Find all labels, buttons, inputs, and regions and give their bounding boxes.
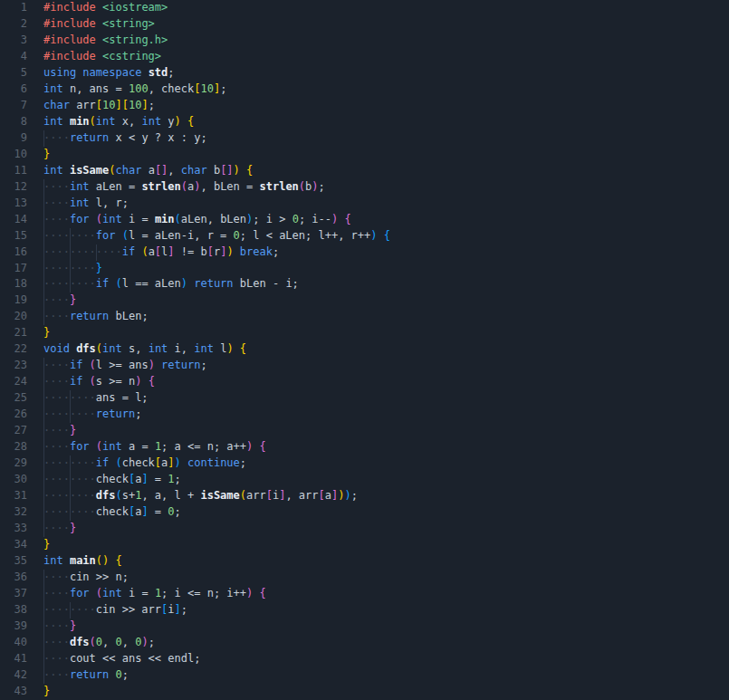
code-line[interactable]: 25········ans = l; xyxy=(0,390,729,407)
code-line[interactable]: 17········} xyxy=(0,261,729,277)
code-line[interactable]: 35int main() { xyxy=(0,553,729,570)
code-line[interactable]: 9····return x < y ? x : y; xyxy=(0,130,729,147)
code-line[interactable]: 8int min(int x, int y) { xyxy=(0,114,729,130)
code-token: ; xyxy=(273,245,279,258)
code-line[interactable]: 4#include <cstring> xyxy=(0,49,729,65)
code-token: ; xyxy=(240,456,246,469)
code-token: } xyxy=(43,538,50,551)
code-token: ; xyxy=(149,636,155,648)
code-line-content: ············if (a[l] != b[r]) break; xyxy=(43,245,279,261)
code-line[interactable]: 24····if (s >= n) { xyxy=(0,374,729,390)
code-line[interactable]: 15········for (l = aLen-i, r = 0; l < aL… xyxy=(0,228,729,245)
code-token: { xyxy=(384,229,390,242)
code-token: ( xyxy=(122,229,129,242)
code-line[interactable]: 10} xyxy=(0,147,729,163)
code-line[interactable]: 36····cin >> n; xyxy=(0,570,729,586)
code-line[interactable]: 27····} xyxy=(0,423,729,439)
code-token xyxy=(96,50,102,62)
code-line[interactable]: 43} xyxy=(0,684,729,700)
code-token xyxy=(90,440,96,453)
code-token: #include xyxy=(43,50,96,62)
line-number: 16 xyxy=(0,245,27,261)
code-line[interactable]: 29········if (check[a]) continue; xyxy=(0,455,729,472)
code-line[interactable]: 23····if (l >= ans) return; xyxy=(0,358,729,374)
code-line[interactable]: 19····} xyxy=(0,292,729,309)
code-line[interactable]: 33····} xyxy=(0,521,729,537)
code-token: 10 xyxy=(200,82,213,95)
code-line[interactable]: 18········if (l == aLen) return bLen - i… xyxy=(0,276,729,292)
indent-guide xyxy=(70,455,71,472)
code-token: for xyxy=(70,440,90,453)
code-line[interactable]: 7char arr[10][10]; xyxy=(0,98,729,114)
code-token: } xyxy=(70,293,76,306)
line-number: 6 xyxy=(0,82,27,98)
code-token: ; i > xyxy=(253,213,292,225)
whitespace-dots: ···· xyxy=(43,619,70,632)
line-number: 32 xyxy=(0,504,27,521)
code-line[interactable]: 1#include <iostream> xyxy=(0,0,729,16)
code-token: int xyxy=(70,197,90,209)
code-token: ) xyxy=(234,164,240,177)
code-token: return xyxy=(70,310,109,322)
code-token: 0 xyxy=(293,213,299,225)
code-line[interactable]: 13····int l, r; xyxy=(0,196,729,212)
code-token: 0 xyxy=(116,668,122,681)
whitespace-dots: ···· xyxy=(43,522,70,534)
code-token: ] xyxy=(116,99,122,111)
code-line[interactable]: 22void dfs(int s, int i, int l) { xyxy=(0,341,729,358)
line-number: 12 xyxy=(0,179,27,196)
code-token: { xyxy=(240,342,246,355)
code-token: { xyxy=(116,554,122,567)
code-line[interactable]: 31········dfs(s+1, a, l + isSame(arr[i],… xyxy=(0,488,729,504)
indent-guide xyxy=(43,261,44,277)
code-line[interactable]: 37····for (int i = 1; i <= n; i++) { xyxy=(0,586,729,602)
code-line[interactable]: 40····dfs(0, 0, 0); xyxy=(0,635,729,651)
code-token: #include xyxy=(43,34,96,46)
code-token: ( xyxy=(240,489,246,502)
indent-guide xyxy=(43,439,44,455)
code-line[interactable]: 28····for (int a = 1; a <= n; a++) { xyxy=(0,439,729,455)
code-line[interactable]: 2#include <string> xyxy=(0,16,729,33)
code-line[interactable]: 14····for (int i = min(aLen, bLen); i > … xyxy=(0,212,729,228)
code-token: { xyxy=(246,164,253,177)
code-line[interactable]: 20····return bLen; xyxy=(0,309,729,325)
code-line[interactable]: 6int n, ans = 100, check[10]; xyxy=(0,82,729,98)
indent-guide xyxy=(43,618,44,635)
code-line-content: #include <string.h> xyxy=(43,33,168,49)
indent-guide xyxy=(43,374,44,390)
code-line[interactable]: 32········check[a] = 0; xyxy=(0,504,729,521)
line-number: 7 xyxy=(0,98,27,114)
code-token: , xyxy=(168,164,180,177)
code-token xyxy=(115,229,121,242)
code-line[interactable]: 30········check[a] = 1; xyxy=(0,472,729,488)
code-line[interactable]: 5using namespace std; xyxy=(0,65,729,82)
code-token: ; a <= n; a++ xyxy=(161,440,246,453)
code-token: l, r; xyxy=(90,197,129,209)
code-token: l == aLen xyxy=(122,277,181,290)
code-line-content: int main() { xyxy=(43,553,122,570)
code-token: { xyxy=(260,587,266,599)
indent-guide xyxy=(43,407,44,423)
code-token: ( xyxy=(115,489,121,502)
whitespace-dots: ············ xyxy=(43,245,122,258)
code-line[interactable]: 12····int aLen = strlen(a), bLen = strle… xyxy=(0,179,729,196)
line-number: 43 xyxy=(0,684,27,700)
code-line[interactable]: 38········cin >> arr[i]; xyxy=(0,602,729,618)
code-line[interactable]: 11int isSame(char a[], char b[]) { xyxy=(0,163,729,179)
code-token: [ xyxy=(122,99,129,111)
code-line[interactable]: 21} xyxy=(0,325,729,341)
code-line[interactable]: 3#include <string.h> xyxy=(0,33,729,49)
code-line[interactable]: 16············if (a[l] != b[r]) break; xyxy=(0,245,729,261)
code-token: ) xyxy=(370,229,377,242)
code-line[interactable]: 34} xyxy=(0,537,729,553)
code-line-content: ········for (l = aLen-i, r = 0; l < aLen… xyxy=(43,228,390,245)
whitespace-dots: ···· xyxy=(43,652,70,665)
code-editor[interactable]: 1#include <iostream>2#include <string>3#… xyxy=(0,0,729,700)
line-number: 37 xyxy=(0,586,27,602)
code-token: 1 xyxy=(168,473,174,485)
code-line[interactable]: 26········return; xyxy=(0,407,729,423)
code-line[interactable]: 42····return 0; xyxy=(0,667,729,684)
code-line[interactable]: 39····} xyxy=(0,618,729,635)
code-line[interactable]: 41····cout << ans << endl; xyxy=(0,651,729,667)
indent-guide xyxy=(43,521,44,537)
